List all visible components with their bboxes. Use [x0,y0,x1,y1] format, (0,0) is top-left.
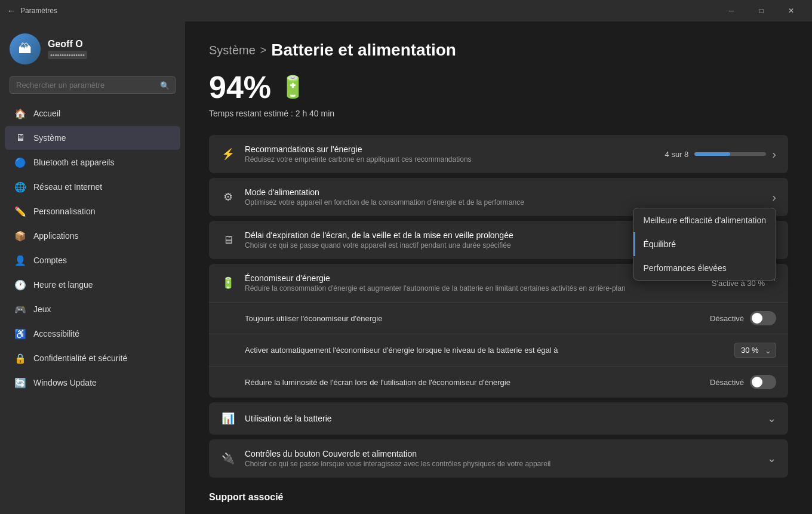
sidebar-item-label: Réseau et Internet [33,182,102,192]
power-mode-dropdown: Meilleure efficacité d'alimentationÉquil… [633,208,776,281]
sub-row-luminosite: Réduire la luminosité de l'écran lors de… [209,366,788,398]
delai-expiration-icon: 🖥 [221,234,235,247]
bluetooth-icon: 🔵 [14,156,26,168]
maximize-button[interactable]: □ [748,0,775,21]
sidebar-item-systeme[interactable]: 🖥 Système [5,126,180,150]
sidebar-item-label: Jeux [33,304,51,314]
sidebar-item-label: Windows Update [33,378,97,387]
back-button[interactable]: ← [7,6,16,16]
sidebar: 🏔 Geoff O ••••••••••••••• 🔍 🏠 Accueil 🖥 … [0,21,185,514]
sidebar-item-label: Bluetooth et appareils [33,158,114,167]
toggle-label-luminosite: Désactivé [710,378,744,387]
chevron-right-icon [772,147,776,161]
battery-icon: 🔋 [279,75,306,100]
section-right-text: 4 sur 8 [665,150,689,159]
section-row-utilisation[interactable]: 📊 Utilisation de la batterie [209,402,788,435]
sidebar-item-accessibilite[interactable]: ♿ Accessibilité [5,322,180,346]
power-mode-option[interactable]: Meilleure efficacité d'alimentation [633,208,776,232]
windows-update-icon: 🔄 [14,377,26,389]
power-mode-option[interactable]: Performances élevées [633,256,776,280]
close-button[interactable]: ✕ [777,0,805,21]
toggle-label-toujours: Désactivé [710,314,744,323]
select-wrap-activer-auto: 10 %20 %30 %40 %50 % [734,343,776,358]
minimize-button[interactable]: ─ [718,0,745,21]
recommandations-icon: ⚡ [221,147,235,161]
battery-time-value: 2 h 40 min [296,109,334,118]
breadcrumb-current: Batterie et alimentation [271,41,456,60]
section-utilisation: 📊 Utilisation de la batterie [209,402,788,435]
window-title: Paramètres [20,7,57,15]
sidebar-item-jeux[interactable]: 🎮 Jeux [5,297,180,321]
search-box: 🔍 [10,76,176,94]
sidebar-item-label: Personnalisation [33,207,96,216]
section-row-recommandations[interactable]: ⚡ Recommandations sur l'énergie Réduisez… [209,135,788,173]
sidebar-item-label: Système [33,133,66,143]
sidebar-item-label: Accessibilité [33,329,79,338]
section-title-recommandations: Recommandations sur l'énergie [245,144,656,154]
utilisation-icon: 📊 [221,412,235,425]
battery-percent-value: 94% [209,69,271,105]
heure-icon: 🕐 [14,279,26,291]
accessibilite-icon: ♿ [14,328,26,340]
section-title-utilisation: Utilisation de la batterie [245,414,758,423]
section-mode-alimentation: ⚙ Mode d'alimentation Optimisez votre ap… [209,178,788,216]
settings-sections: ⚡ Recommandations sur l'énergie Réduisez… [209,135,788,478]
sidebar-item-accueil[interactable]: 🏠 Accueil [5,101,180,125]
confidentialite-icon: 🔒 [14,352,26,364]
toggle-luminosite[interactable] [750,375,776,389]
breadcrumb-sep: > [260,44,267,57]
titlebar: ← Paramètres ─ □ ✕ [0,0,812,21]
mode-alimentation-icon: ⚙ [221,190,235,204]
chevron-down-icon [767,412,776,425]
section-economiseur: 🔋 Économiseur d'énergie Réduire la conso… [209,264,788,398]
sidebar-item-personnalisation[interactable]: ✏️ Personnalisation [5,199,180,223]
chevron-down-icon [767,452,776,465]
chevron-right-icon [772,190,776,204]
sub-row-label-luminosite: Réduire la luminosité de l'écran lors de… [245,378,710,387]
sidebar-item-bluetooth[interactable]: 🔵 Bluetooth et appareils [5,150,180,174]
section-title-mode-alimentation: Mode d'alimentation [245,187,762,197]
power-mode-option[interactable]: Équilibré [633,232,776,256]
section-row-controles[interactable]: 🔌 Contrôles du bouton Couvercle et alime… [209,439,788,478]
jeux-icon: 🎮 [14,303,26,315]
breadcrumb: Système > Batterie et alimentation [209,41,788,60]
comptes-icon: 👤 [14,254,26,266]
section-title-controles: Contrôles du bouton Couvercle et aliment… [245,449,758,458]
user-name: Geoff O [48,39,87,50]
sidebar-item-windows-update[interactable]: 🔄 Windows Update [5,371,180,395]
battery-percent-display: 94% 🔋 [209,69,788,105]
section-desc-controles: Choisir ce qui se passe lorsque vous int… [245,460,758,468]
breadcrumb-parent: Système [209,44,256,57]
select-activer-auto[interactable]: 10 %20 %30 %40 %50 % [734,343,776,358]
sidebar-item-heure[interactable]: 🕐 Heure et langue [5,273,180,297]
section-desc-mode-alimentation: Optimisez votre appareil en fonction de … [245,198,762,207]
app-body: 🏔 Geoff O ••••••••••••••• 🔍 🏠 Accueil 🖥 … [0,21,812,514]
sidebar-item-label: Applications [33,231,79,241]
systeme-icon: 🖥 [14,132,26,144]
reseau-icon: 🌐 [14,181,26,193]
section-desc-recommandations: Réduisez votre empreinte carbone en appl… [245,155,656,164]
controles-icon: 🔌 [221,452,235,465]
sidebar-item-label: Comptes [33,256,67,265]
search-input[interactable] [10,76,176,94]
search-icon: 🔍 [160,81,170,90]
sidebar-item-confidentialite[interactable]: 🔒 Confidentialité et sécurité [5,346,180,370]
applications-icon: 📦 [14,230,26,242]
personnalisation-icon: ✏️ [14,205,26,217]
sub-row-activer-auto: Activer automatiquement l'économiseur d'… [209,334,788,366]
main-content: Système > Batterie et alimentation 94% 🔋… [185,21,812,514]
section-recommandations: ⚡ Recommandations sur l'énergie Réduisez… [209,135,788,173]
sidebar-item-reseau[interactable]: 🌐 Réseau et Internet [5,175,180,199]
sidebar-item-applications[interactable]: 📦 Applications [5,224,180,248]
sidebar-item-comptes[interactable]: 👤 Comptes [5,248,180,272]
sub-row-toujours: Toujours utiliser l'économiseur d'énergi… [209,302,788,334]
sub-row-label-activer-auto: Activer automatiquement l'économiseur d'… [245,346,734,355]
progress-bar [694,152,766,156]
battery-time: Temps restant estimé : 2 h 40 min [209,109,788,118]
window-controls: ─ □ ✕ [718,0,805,21]
sidebar-item-label: Accueil [33,109,60,118]
avatar: 🏔 [10,33,41,64]
user-section[interactable]: 🏔 Geoff O ••••••••••••••• [0,21,185,74]
user-email: ••••••••••••••• [48,51,87,59]
toggle-toujours[interactable] [750,311,776,325]
